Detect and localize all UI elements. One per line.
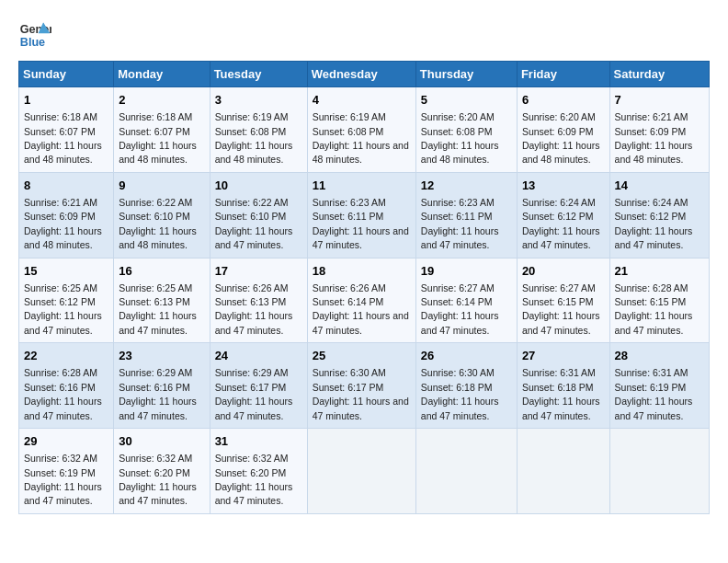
day-info: Sunrise: 6:26 AMSunset: 6:13 PMDaylight:… [215, 282, 293, 336]
day-number: 30 [119, 433, 204, 450]
day-number: 15 [24, 263, 108, 280]
calendar-cell: 16Sunrise: 6:25 AMSunset: 6:13 PMDayligh… [114, 258, 210, 343]
calendar-cell: 26Sunrise: 6:30 AMSunset: 6:18 PMDayligh… [415, 343, 517, 429]
day-info: Sunrise: 6:27 AMSunset: 6:14 PMDaylight:… [421, 282, 499, 336]
day-number: 3 [215, 92, 302, 109]
day-number: 11 [313, 178, 411, 194]
calendar-cell: 30Sunrise: 6:32 AMSunset: 6:20 PMDayligh… [114, 429, 210, 514]
day-info: Sunrise: 6:26 AMSunset: 6:14 PMDaylight:… [313, 282, 409, 336]
calendar-body: 1Sunrise: 6:18 AMSunset: 6:07 PMDaylight… [19, 87, 710, 514]
day-number: 22 [24, 348, 108, 364]
day-number: 20 [522, 263, 605, 280]
calendar-header-row: SundayMondayTuesdayWednesdayThursdayFrid… [19, 62, 710, 87]
calendar-cell: 18Sunrise: 6:26 AMSunset: 6:14 PMDayligh… [307, 258, 415, 343]
day-info: Sunrise: 6:30 AMSunset: 6:18 PMDaylight:… [421, 367, 499, 420]
day-info: Sunrise: 6:32 AMSunset: 6:19 PMDaylight:… [24, 453, 102, 506]
day-info: Sunrise: 6:31 AMSunset: 6:18 PMDaylight:… [522, 367, 600, 420]
svg-text:Blue: Blue [20, 36, 45, 49]
day-info: Sunrise: 6:29 AMSunset: 6:16 PMDaylight:… [119, 367, 197, 420]
calendar-cell: 7Sunrise: 6:21 AMSunset: 6:09 PMDaylight… [609, 87, 709, 173]
day-number: 24 [215, 348, 302, 364]
calendar-cell [517, 429, 609, 514]
day-number: 12 [421, 178, 512, 194]
day-number: 9 [119, 178, 204, 194]
calendar-cell: 22Sunrise: 6:28 AMSunset: 6:16 PMDayligh… [19, 343, 114, 429]
col-header-monday: Monday [114, 62, 210, 87]
day-info: Sunrise: 6:19 AMSunset: 6:08 PMDaylight:… [215, 111, 293, 165]
col-header-tuesday: Tuesday [210, 62, 307, 87]
day-info: Sunrise: 6:20 AMSunset: 6:08 PMDaylight:… [421, 111, 499, 165]
calendar-cell: 14Sunrise: 6:24 AMSunset: 6:12 PMDayligh… [609, 172, 709, 258]
day-info: Sunrise: 6:18 AMSunset: 6:07 PMDaylight:… [119, 111, 197, 165]
day-number: 28 [615, 348, 704, 364]
day-info: Sunrise: 6:31 AMSunset: 6:19 PMDaylight:… [615, 367, 693, 420]
day-info: Sunrise: 6:32 AMSunset: 6:20 PMDaylight:… [119, 453, 197, 506]
day-number: 19 [421, 263, 512, 280]
day-number: 1 [24, 92, 108, 109]
week-row-4: 22Sunrise: 6:28 AMSunset: 6:16 PMDayligh… [19, 343, 710, 429]
calendar-cell: 29Sunrise: 6:32 AMSunset: 6:19 PMDayligh… [19, 429, 114, 514]
day-info: Sunrise: 6:24 AMSunset: 6:12 PMDaylight:… [615, 197, 693, 250]
col-header-wednesday: Wednesday [307, 62, 415, 87]
calendar-cell: 20Sunrise: 6:27 AMSunset: 6:15 PMDayligh… [517, 258, 609, 343]
calendar-cell: 3Sunrise: 6:19 AMSunset: 6:08 PMDaylight… [210, 87, 307, 173]
calendar-cell: 27Sunrise: 6:31 AMSunset: 6:18 PMDayligh… [517, 343, 609, 429]
day-info: Sunrise: 6:25 AMSunset: 6:12 PMDaylight:… [24, 282, 102, 336]
calendar-cell: 21Sunrise: 6:28 AMSunset: 6:15 PMDayligh… [609, 258, 709, 343]
day-number: 27 [522, 348, 605, 364]
calendar-cell: 1Sunrise: 6:18 AMSunset: 6:07 PMDaylight… [19, 87, 114, 173]
day-info: Sunrise: 6:19 AMSunset: 6:08 PMDaylight:… [313, 111, 409, 165]
day-info: Sunrise: 6:21 AMSunset: 6:09 PMDaylight:… [24, 197, 102, 250]
day-number: 4 [313, 92, 411, 109]
day-info: Sunrise: 6:32 AMSunset: 6:20 PMDaylight:… [215, 453, 293, 506]
day-number: 5 [421, 92, 512, 109]
col-header-saturday: Saturday [609, 62, 709, 87]
day-info: Sunrise: 6:20 AMSunset: 6:09 PMDaylight:… [522, 111, 600, 165]
calendar-cell: 24Sunrise: 6:29 AMSunset: 6:17 PMDayligh… [210, 343, 307, 429]
day-info: Sunrise: 6:21 AMSunset: 6:09 PMDaylight:… [615, 111, 693, 165]
col-header-friday: Friday [517, 62, 609, 87]
day-info: Sunrise: 6:22 AMSunset: 6:10 PMDaylight:… [119, 197, 197, 250]
day-info: Sunrise: 6:22 AMSunset: 6:10 PMDaylight:… [215, 197, 293, 250]
day-number: 31 [215, 433, 302, 450]
day-number: 26 [421, 348, 512, 364]
week-row-1: 1Sunrise: 6:18 AMSunset: 6:07 PMDaylight… [19, 87, 710, 173]
calendar-cell: 10Sunrise: 6:22 AMSunset: 6:10 PMDayligh… [210, 172, 307, 258]
calendar-cell: 23Sunrise: 6:29 AMSunset: 6:16 PMDayligh… [114, 343, 210, 429]
calendar-cell [307, 429, 415, 514]
calendar-cell: 8Sunrise: 6:21 AMSunset: 6:09 PMDaylight… [19, 172, 114, 258]
day-number: 10 [215, 178, 302, 194]
calendar-cell: 12Sunrise: 6:23 AMSunset: 6:11 PMDayligh… [415, 172, 517, 258]
day-number: 6 [522, 92, 605, 109]
calendar-cell: 2Sunrise: 6:18 AMSunset: 6:07 PMDaylight… [114, 87, 210, 173]
logo-icon: General Blue [18, 18, 51, 52]
day-number: 18 [313, 263, 411, 280]
calendar-cell: 19Sunrise: 6:27 AMSunset: 6:14 PMDayligh… [415, 258, 517, 343]
calendar-cell: 5Sunrise: 6:20 AMSunset: 6:08 PMDaylight… [415, 87, 517, 173]
calendar-cell: 31Sunrise: 6:32 AMSunset: 6:20 PMDayligh… [210, 429, 307, 514]
calendar-cell: 6Sunrise: 6:20 AMSunset: 6:09 PMDaylight… [517, 87, 609, 173]
day-info: Sunrise: 6:23 AMSunset: 6:11 PMDaylight:… [421, 197, 499, 250]
day-number: 29 [24, 433, 108, 450]
calendar-cell: 25Sunrise: 6:30 AMSunset: 6:17 PMDayligh… [307, 343, 415, 429]
calendar-cell [609, 429, 709, 514]
day-info: Sunrise: 6:23 AMSunset: 6:11 PMDaylight:… [313, 197, 409, 250]
day-info: Sunrise: 6:28 AMSunset: 6:15 PMDaylight:… [615, 282, 693, 336]
col-header-thursday: Thursday [415, 62, 517, 87]
calendar-cell: 13Sunrise: 6:24 AMSunset: 6:12 PMDayligh… [517, 172, 609, 258]
day-number: 16 [119, 263, 204, 280]
day-info: Sunrise: 6:18 AMSunset: 6:07 PMDaylight:… [24, 111, 102, 165]
calendar-cell: 17Sunrise: 6:26 AMSunset: 6:13 PMDayligh… [210, 258, 307, 343]
calendar-cell: 9Sunrise: 6:22 AMSunset: 6:10 PMDaylight… [114, 172, 210, 258]
day-number: 13 [522, 178, 605, 194]
calendar-cell: 4Sunrise: 6:19 AMSunset: 6:08 PMDaylight… [307, 87, 415, 173]
week-row-5: 29Sunrise: 6:32 AMSunset: 6:19 PMDayligh… [19, 429, 710, 514]
day-info: Sunrise: 6:24 AMSunset: 6:12 PMDaylight:… [522, 197, 600, 250]
calendar-cell: 11Sunrise: 6:23 AMSunset: 6:11 PMDayligh… [307, 172, 415, 258]
week-row-2: 8Sunrise: 6:21 AMSunset: 6:09 PMDaylight… [19, 172, 710, 258]
day-number: 8 [24, 178, 108, 194]
day-number: 14 [615, 178, 704, 194]
week-row-3: 15Sunrise: 6:25 AMSunset: 6:12 PMDayligh… [19, 258, 710, 343]
day-number: 23 [119, 348, 204, 364]
day-number: 17 [215, 263, 302, 280]
